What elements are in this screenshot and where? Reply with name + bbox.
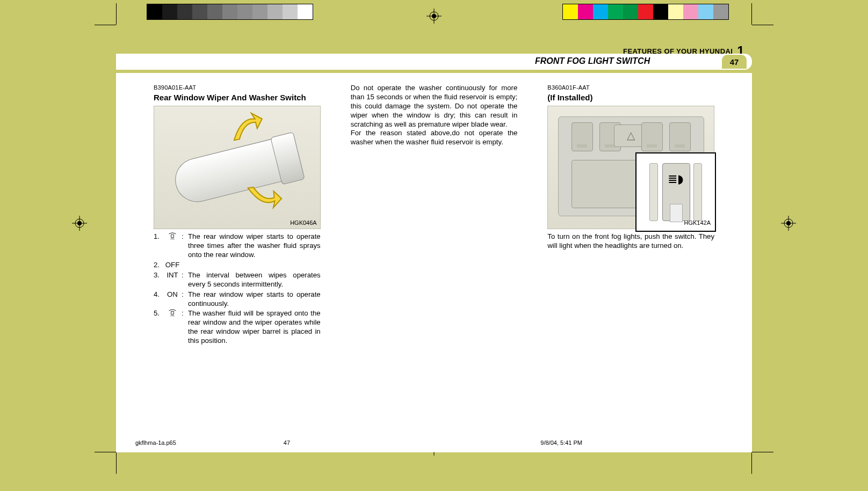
crop-mark xyxy=(751,452,752,474)
crop-mark xyxy=(752,25,773,25)
section-title: FRONT FOG LIGHT SWITCH xyxy=(535,56,650,66)
list-item-number: 3. xyxy=(154,271,163,289)
list-item-symbol xyxy=(163,309,182,346)
column-3: B360A01F-AAT (If Installed) △ ≣◗ xyxy=(547,84,714,431)
column-1: B390A01E-AAT Rear Window Wiper And Washe… xyxy=(154,84,321,431)
figure-rear-wiper-switch: HGK046A xyxy=(154,106,321,229)
list-item-text: The interval between wipes operates ever… xyxy=(188,271,321,289)
print-footer: gkflhma-1a.p65 47 9/8/04, 5:41 PM xyxy=(135,439,733,449)
crop-mark xyxy=(95,25,116,25)
footer-filename: gkflhma-1a.p65 xyxy=(135,439,176,449)
crop-mark xyxy=(116,3,117,25)
caution-paragraph: Do not operate the washer continuously f… xyxy=(351,84,518,147)
crop-mark xyxy=(751,3,752,25)
svg-line-23 xyxy=(173,315,175,316)
svg-line-21 xyxy=(171,315,172,316)
content-area: B390A01E-AAT Rear Window Wiper And Washe… xyxy=(116,73,752,452)
crop-mark xyxy=(116,452,117,474)
list-item-text: The washer fluid will be sprayed onto th… xyxy=(188,309,321,346)
fog-light-icon: ≣◗ xyxy=(668,172,684,187)
page-sheet: FEATURES OF YOUR HYUNDAI 1 FRONT FOG LIG… xyxy=(116,25,752,452)
list-item-number: 5. xyxy=(154,309,163,346)
list-item-symbol: OFF xyxy=(163,261,182,270)
registration-mark-icon xyxy=(781,216,796,231)
list-item-number: 4. xyxy=(154,290,163,309)
footer-page: 47 xyxy=(284,439,290,449)
topic-title: (If Installed) xyxy=(547,92,714,102)
grayscale-calibration-bar xyxy=(147,4,313,19)
registration-mark-icon xyxy=(72,216,87,231)
list-item: 3.INT:The interval between wipes operate… xyxy=(154,271,321,289)
svg-rect-16 xyxy=(171,235,174,238)
figure-label: HGK142A xyxy=(684,219,711,226)
footer-datetime: 9/8/04, 5:41 PM xyxy=(540,439,582,449)
list-item-symbol xyxy=(163,232,182,260)
wiper-mode-list: 1.:The rear window wiper starts to opera… xyxy=(154,232,321,346)
page-header: FEATURES OF YOUR HYUNDAI 1 FRONT FOG LIG… xyxy=(116,42,752,72)
list-item: 4.ON:The rear window wiper starts to ope… xyxy=(154,290,321,309)
topic-code: B390A01E-AAT xyxy=(154,84,321,91)
list-item-text: The rear window wiper starts to operate … xyxy=(188,232,321,260)
crop-mark xyxy=(752,452,773,452)
topic-code: B360A01F-AAT xyxy=(547,84,714,91)
list-item-number: 2. xyxy=(154,261,163,270)
page-number: 47 xyxy=(722,55,747,69)
crop-mark xyxy=(95,452,116,452)
fog-light-paragraph: To turn on the front fog lights, push th… xyxy=(547,232,714,251)
registration-mark-icon xyxy=(426,9,442,24)
list-item: 1.:The rear window wiper starts to opera… xyxy=(154,232,321,260)
list-item-symbol: INT xyxy=(163,271,182,289)
color-calibration-bar xyxy=(563,4,728,19)
list-item: 5.:The washer fluid will be sprayed onto… xyxy=(154,309,321,346)
topic-title: Rear Window Wiper And Washer Switch xyxy=(154,92,321,102)
list-item: 2.OFF xyxy=(154,261,321,270)
list-item-number: 1. xyxy=(154,232,163,260)
arrow-icon xyxy=(241,172,284,215)
list-item-symbol: ON xyxy=(163,290,182,309)
column-2: Do not operate the washer continuously f… xyxy=(351,84,518,431)
washer-spray-icon xyxy=(168,232,177,243)
svg-line-17 xyxy=(171,238,172,239)
arrow-icon xyxy=(224,108,267,152)
washer-spray-icon xyxy=(168,309,177,319)
svg-rect-20 xyxy=(171,312,174,314)
list-item-text: The rear window wiper starts to operate … xyxy=(188,290,321,309)
figure-front-fog-switch: △ ≣◗ HGK142A xyxy=(547,106,714,229)
header-white-band: FRONT FOG LIGHT SWITCH 47 xyxy=(116,54,752,70)
svg-line-19 xyxy=(173,238,175,239)
figure-label: HGK046A xyxy=(290,219,317,226)
